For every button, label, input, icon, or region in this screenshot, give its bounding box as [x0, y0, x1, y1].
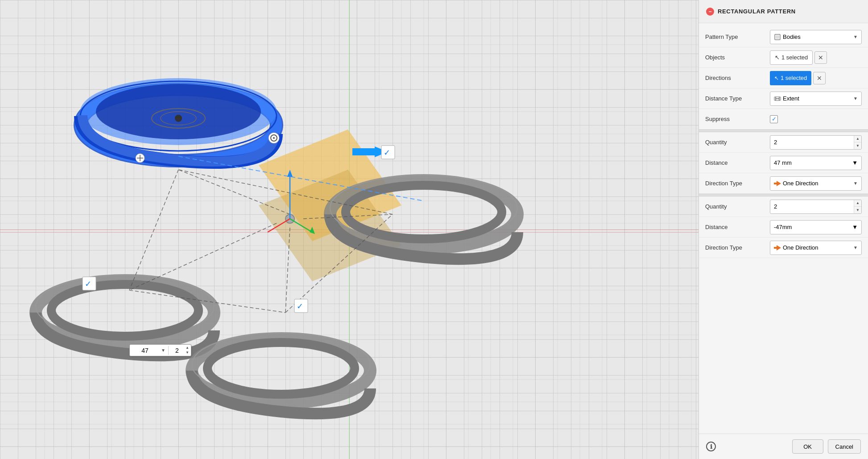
quantity2-spinner[interactable]: 2 ▲ ▼ [770, 200, 862, 214]
quantity2-spin-up[interactable]: ▲ [854, 200, 861, 207]
direction-type1-icon [774, 180, 781, 187]
distance-type-arrow: ▼ [853, 96, 858, 101]
quantity1-spin-up[interactable]: ▲ [854, 136, 861, 143]
distance2-row: Distance -47mm ▼ [699, 217, 868, 238]
svg-point-63 [51, 284, 198, 336]
svg-point-60 [175, 115, 182, 122]
cancel-button[interactable]: Cancel [828, 439, 861, 454]
direction-type2-icon [774, 244, 781, 251]
direction-type2-value: One Direction [783, 244, 851, 251]
scene-svg: ✓ ✓ ✓ [0, 0, 699, 459]
panel-footer: ℹ OK Cancel [699, 434, 868, 459]
distance2-value: -47mm [774, 224, 792, 230]
distance2-control: -47mm ▼ [770, 220, 862, 234]
info-icon[interactable]: ℹ [706, 442, 716, 451]
direction-type1-row: Direction Type One Direction ▼ [699, 173, 868, 194]
dimension-widget[interactable]: 47 ▼ 2 ▲ ▼ [129, 344, 191, 356]
directions-row: Directions ↖ 1 selected ✕ [699, 68, 868, 88]
direction-type2-row: Direction Type One Direction ▼ [699, 238, 868, 258]
distance-type-value: Extent [783, 95, 851, 102]
direction-type2-dropdown[interactable]: One Direction ▼ [770, 241, 862, 255]
pattern-type-control: Bodies ▼ [770, 30, 862, 44]
suppress-checkbox[interactable]: ✓ [770, 115, 778, 123]
distance-type-row: Distance Type Extent ▼ [699, 88, 868, 109]
objects-label: Objects [705, 54, 770, 61]
panel-collapse-icon[interactable]: − [706, 8, 714, 16]
svg-rect-106 [774, 183, 777, 184]
ok-button[interactable]: OK [792, 439, 823, 454]
directions-selected-text: 1 selected [781, 75, 807, 81]
svg-rect-108 [774, 247, 777, 249]
distance-input[interactable]: 47 [132, 347, 158, 354]
distance1-control: 47 mm ▼ [770, 156, 862, 170]
quantity1-row: Quantity 2 ▲ ▼ [699, 132, 868, 153]
svg-point-69 [207, 342, 355, 394]
distance-type-label: Distance Type [705, 95, 770, 102]
quantity2-input[interactable]: 2 [770, 203, 854, 210]
quantity1-spinner[interactable]: 2 ▲ ▼ [770, 135, 862, 150]
distance2-dropdown[interactable]: -47mm ▼ [770, 220, 862, 234]
directions-clear-btn[interactable]: ✕ [813, 72, 826, 84]
quantity2-label: Quantity [705, 203, 770, 210]
distance-type-dropdown[interactable]: Extent ▼ [770, 92, 862, 106]
distance1-arrow: ▼ [852, 159, 858, 166]
distance1-label: Distance [705, 159, 770, 166]
distance-dropdown-arrow[interactable]: ▼ [160, 348, 166, 353]
distance1-value: 47 mm [774, 159, 792, 166]
direction-type2-label: Direction Type [705, 244, 770, 251]
pattern-type-label: Pattern Type [705, 33, 770, 40]
quantity1-spin-down[interactable]: ▼ [854, 142, 861, 149]
suppress-row: Suppress ✓ [699, 109, 868, 129]
direction-type2-arrow: ▼ [853, 245, 858, 250]
bodies-icon [774, 33, 781, 41]
svg-text:✓: ✓ [384, 148, 390, 157]
direction-type1-arrow: ▼ [853, 181, 858, 186]
quantity2-spin-down[interactable]: ▼ [854, 207, 861, 213]
3d-viewport[interactable]: ✓ ✓ ✓ 47 ▼ 2 ▲ ▼ [0, 0, 699, 459]
directions-cursor-icon: ↖ [774, 75, 779, 81]
extent-icon [774, 95, 781, 102]
pattern-type-value: Bodies [783, 33, 851, 40]
quantity2-row: Quantity 2 ▲ ▼ [699, 196, 868, 217]
objects-selected-btn[interactable]: ↖ 1 selected [770, 50, 813, 65]
quantity2-control: 2 ▲ ▼ [770, 200, 862, 214]
quantity-input[interactable]: 2 [170, 347, 184, 354]
direction-type2-control: One Direction ▼ [770, 241, 862, 255]
pattern-type-arrow: ▼ [853, 34, 858, 39]
distance1-row: Distance 47 mm ▼ [699, 153, 868, 173]
direction-type1-label: Direction Type [705, 180, 770, 187]
distance1-dropdown[interactable]: 47 mm ▼ [770, 156, 862, 170]
right-panel: − RECTANGULAR PATTERN Pattern Type Bodie… [699, 0, 868, 459]
svg-rect-100 [776, 35, 779, 39]
objects-control: ↖ 1 selected ✕ [770, 50, 862, 65]
panel-body: Pattern Type Bodies ▼ Objects ↖ 1 select… [699, 23, 868, 434]
quantity1-label: Quantity [705, 139, 770, 146]
svg-line-74 [129, 170, 178, 290]
quantity-down-arrow[interactable]: ▼ [186, 351, 189, 355]
pattern-type-dropdown[interactable]: Bodies ▼ [770, 30, 862, 44]
suppress-label: Suppress [705, 116, 770, 122]
quantity1-control: 2 ▲ ▼ [770, 135, 862, 150]
quantity1-input[interactable]: 2 [770, 139, 854, 146]
panel-title: RECTANGULAR PATTERN [718, 8, 796, 15]
directions-control: ↖ 1 selected ✕ [770, 71, 862, 85]
objects-clear-btn[interactable]: ✕ [814, 51, 827, 64]
quantity2-spin-btns: ▲ ▼ [854, 200, 861, 213]
direction-type1-dropdown[interactable]: One Direction ▼ [770, 176, 862, 191]
quantity-up-arrow[interactable]: ▲ [186, 346, 189, 350]
svg-point-95 [273, 137, 275, 139]
objects-selected-text: 1 selected [781, 54, 808, 61]
objects-row: Objects ↖ 1 selected ✕ [699, 47, 868, 68]
quantity1-spin-btns: ▲ ▼ [854, 136, 861, 149]
direction-type1-control: One Direction ▼ [770, 176, 862, 191]
svg-text:✓: ✓ [85, 280, 91, 288]
distance2-label: Distance [705, 224, 770, 230]
pattern-type-row: Pattern Type Bodies ▼ [699, 27, 868, 47]
objects-cursor-icon: ↖ [775, 54, 780, 61]
suppress-control: ✓ [770, 115, 862, 123]
directions-selected-btn[interactable]: ↖ 1 selected [770, 71, 811, 85]
svg-rect-86 [352, 148, 376, 155]
panel-title-bar: − RECTANGULAR PATTERN [699, 0, 868, 23]
distance-type-control: Extent ▼ [770, 92, 862, 106]
distance2-arrow: ▼ [852, 224, 858, 230]
